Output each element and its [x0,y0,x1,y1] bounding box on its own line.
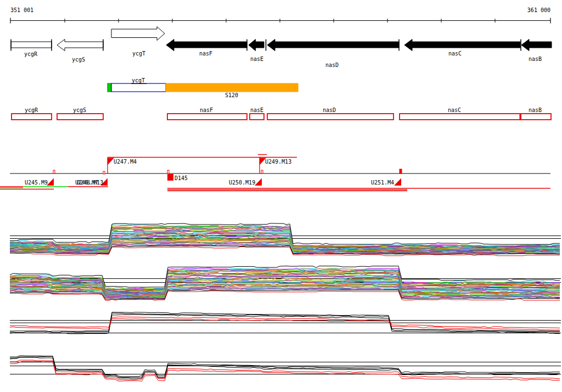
marker-tick-icon [167,170,169,173]
gene-arrow-ycgT[interactable] [111,27,165,41]
flag-label: D145 [175,175,188,181]
cds-label-ycgR: ycgR [25,107,38,113]
cds-label-nasD: nasD [323,107,336,113]
feature-box-ycgT-cds[interactable] [111,83,166,92]
marker-tick-icon [103,171,105,174]
cds-box-nasB[interactable] [521,114,551,120]
gene-label-nasC: nasC [448,51,462,57]
feature-label-S120: S120 [225,92,238,98]
marker-tick-icon [53,170,55,173]
gene-label-nasB: nasB [529,56,542,62]
cds-box-ycgS[interactable] [57,114,103,120]
gene-arrow-ycgS[interactable] [57,40,103,51]
gene-arrow-nasF[interactable] [166,40,247,51]
cds-box-nasC[interactable] [400,114,520,120]
gene-arrow-nasD[interactable] [267,40,399,51]
cds-box-nasF[interactable] [167,114,247,120]
gene-arrow-nasE[interactable] [249,40,264,51]
gene-arrow-nasB[interactable] [521,40,552,51]
plot-red-trace [10,317,560,328]
d-marker-box[interactable] [167,174,173,181]
feature-box-start-segment[interactable] [108,83,111,92]
gene-label-nasF: nasF [199,51,212,57]
cds-label-nasB: nasB [529,107,542,113]
cds-box-ycgR[interactable] [12,114,52,120]
plot-black-trace [10,312,560,332]
flag-label: U249.M13 [265,159,291,165]
gene-arrow-nasC[interactable] [404,40,520,51]
flag-label: D248.M13 [77,180,103,186]
flag-label: U251.M4 [371,180,394,186]
marker-tick-icon [400,169,402,173]
marker-tick-icon [261,170,263,173]
genome-canvas: 351 001361 000ycgTycgRycgSnasFnasEnasDna… [0,0,562,392]
cds-label-nasC: nasC [448,107,461,113]
flag-label: U247.M4 [114,159,137,165]
cds-box-nasD[interactable] [267,114,394,120]
flag-triangle-icon[interactable] [394,178,401,186]
gene-label-nasE: nasE [250,56,263,62]
gene-label-ycgS: ycgS [72,57,85,63]
flag-label: U245.M9 [25,180,48,186]
feature-box-S120-segment[interactable] [166,83,298,92]
cds-label-ycgS: ycgS [73,107,86,113]
cds-label-nasE: nasE [250,107,263,113]
cds-label-nasF: nasF [200,107,213,113]
flag-label: U250.M19 [229,180,255,186]
flag-triangle-icon[interactable] [255,178,262,186]
gene-label-nasD: nasD [325,62,339,68]
ruler-end-label: 361 000 [527,7,550,13]
gene-arrow-ycgR[interactable] [11,42,52,48]
cds-box-nasE[interactable] [250,114,264,120]
gene-label-ycgR: ycgR [24,51,38,57]
feature-label-ycgT: ycgT [132,77,145,83]
genome-browser-window: 351 001361 000ycgTycgRycgSnasFnasEnasDna… [0,0,562,392]
ruler-start-label: 351 001 [10,7,33,13]
gene-label-ycgT: ycgT [132,51,145,57]
